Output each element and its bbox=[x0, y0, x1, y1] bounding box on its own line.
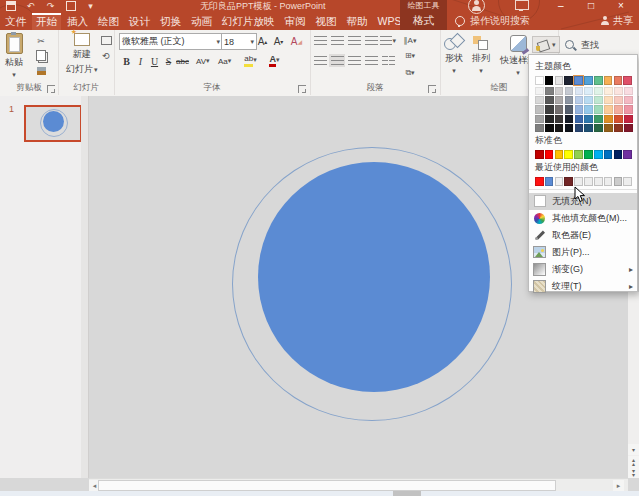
line-spacing-button[interactable]: ▾ bbox=[380, 34, 396, 47]
color-swatch[interactable] bbox=[555, 96, 564, 104]
tab-file[interactable]: 文件 bbox=[1, 13, 30, 30]
color-swatch[interactable] bbox=[623, 177, 632, 186]
reset-slide-button[interactable]: ⟲ bbox=[98, 49, 114, 62]
vertical-scrollbar[interactable]: ▾ ▴▴ ▾▾ bbox=[628, 292, 639, 478]
color-swatch[interactable] bbox=[535, 105, 544, 113]
color-swatch[interactable] bbox=[535, 87, 544, 95]
color-swatch[interactable] bbox=[584, 124, 593, 132]
color-swatch[interactable] bbox=[564, 150, 573, 159]
align-right-button[interactable] bbox=[346, 54, 362, 67]
scroll-right-icon[interactable]: ▸ bbox=[613, 480, 624, 491]
color-swatch[interactable] bbox=[545, 150, 554, 159]
highlight-color-button[interactable]: ab▾ bbox=[244, 53, 257, 67]
color-swatch[interactable] bbox=[545, 105, 554, 113]
color-swatch[interactable] bbox=[535, 150, 544, 159]
color-swatch[interactable] bbox=[565, 87, 574, 95]
shrink-font-button[interactable]: A▾ bbox=[272, 34, 285, 48]
color-swatch[interactable] bbox=[604, 105, 613, 113]
color-swatch[interactable] bbox=[594, 124, 603, 132]
color-swatch[interactable] bbox=[614, 150, 623, 159]
color-swatch[interactable] bbox=[564, 76, 573, 85]
color-swatch[interactable] bbox=[594, 150, 603, 159]
color-swatch[interactable] bbox=[535, 124, 544, 132]
align-left-button[interactable] bbox=[312, 54, 328, 67]
bold-button[interactable]: B bbox=[120, 54, 133, 68]
color-swatch[interactable] bbox=[565, 105, 574, 113]
copy-button[interactable] bbox=[33, 49, 49, 62]
color-swatch[interactable] bbox=[594, 87, 603, 95]
clear-formatting-button[interactable]: A◢ bbox=[290, 34, 303, 48]
justify-button[interactable] bbox=[363, 54, 379, 67]
color-swatch[interactable] bbox=[565, 96, 574, 104]
color-swatch[interactable] bbox=[574, 177, 583, 186]
horizontal-scrollbar[interactable]: ◂ ▸ bbox=[89, 478, 628, 492]
clipboard-dialog-launcher-icon[interactable] bbox=[47, 85, 55, 93]
paragraph-dialog-launcher-icon[interactable] bbox=[428, 85, 436, 93]
blue-circle-shape[interactable] bbox=[258, 162, 490, 392]
color-swatch[interactable] bbox=[614, 96, 623, 104]
tab-format[interactable]: 格式 bbox=[400, 12, 447, 28]
account-avatar[interactable] bbox=[468, 0, 485, 14]
paste-button[interactable]: 粘贴 ▾ bbox=[5, 33, 23, 79]
color-swatch[interactable] bbox=[584, 87, 593, 95]
color-swatch[interactable] bbox=[535, 96, 544, 104]
color-swatch[interactable] bbox=[584, 76, 593, 85]
italic-button[interactable]: I bbox=[134, 54, 147, 68]
qat-customize-icon[interactable]: ▾ bbox=[85, 1, 96, 11]
color-swatch[interactable] bbox=[604, 177, 613, 186]
redo-icon[interactable]: ↷ bbox=[45, 1, 56, 11]
text-shadow-button[interactable]: abc bbox=[176, 54, 189, 68]
change-case-button[interactable]: Aa▾ bbox=[218, 54, 231, 68]
color-swatch[interactable] bbox=[604, 124, 613, 132]
bullets-button[interactable] bbox=[312, 34, 328, 47]
color-swatch[interactable] bbox=[575, 124, 584, 132]
color-swatch[interactable] bbox=[555, 124, 564, 132]
color-swatch[interactable] bbox=[604, 87, 613, 95]
tab-home[interactable]: 开始 bbox=[32, 13, 61, 30]
color-swatch[interactable] bbox=[623, 150, 632, 159]
cut-button[interactable]: ✂ bbox=[33, 34, 49, 47]
text-direction-button[interactable]: ∥A▾ bbox=[402, 34, 418, 47]
color-swatch[interactable] bbox=[584, 115, 593, 123]
strikethrough-button[interactable]: S bbox=[162, 54, 175, 68]
horizontal-scrollbar-thumb[interactable] bbox=[98, 480, 556, 491]
tab-transitions[interactable]: 切换 bbox=[156, 13, 185, 30]
ribbon-display-options-icon[interactable] bbox=[515, 0, 529, 10]
font-color-button[interactable]: A▾ bbox=[268, 53, 281, 67]
color-swatch[interactable] bbox=[624, 124, 633, 132]
color-swatch[interactable] bbox=[575, 87, 584, 95]
scroll-down-icon[interactable]: ▾ bbox=[628, 444, 639, 455]
color-swatch[interactable] bbox=[555, 87, 564, 95]
color-swatch[interactable] bbox=[623, 76, 632, 85]
color-swatch[interactable] bbox=[555, 76, 564, 85]
color-swatch[interactable] bbox=[604, 96, 613, 104]
color-swatch[interactable] bbox=[614, 177, 623, 186]
tab-view[interactable]: 视图 bbox=[312, 13, 341, 30]
shape-fill-button[interactable]: ▾ bbox=[532, 36, 560, 53]
color-swatch[interactable] bbox=[594, 76, 603, 85]
thumbnail-scrollbar[interactable] bbox=[81, 96, 88, 478]
color-swatch[interactable] bbox=[535, 76, 544, 85]
menu-item-eyedropper[interactable]: 取色器(E) bbox=[529, 227, 637, 244]
color-swatch[interactable] bbox=[584, 150, 593, 159]
color-swatch[interactable] bbox=[614, 87, 623, 95]
columns-button[interactable] bbox=[380, 54, 396, 67]
start-slideshow-icon[interactable] bbox=[65, 1, 76, 11]
find-button[interactable]: 查找 bbox=[564, 39, 599, 52]
grow-font-button[interactable]: A▴ bbox=[256, 34, 269, 48]
align-center-button[interactable] bbox=[329, 54, 345, 67]
color-swatch[interactable] bbox=[575, 115, 584, 123]
increase-indent-button[interactable] bbox=[363, 34, 379, 47]
color-swatch[interactable] bbox=[565, 124, 574, 132]
next-slide-button[interactable]: ▾▾ bbox=[628, 467, 639, 478]
color-swatch[interactable] bbox=[624, 115, 633, 123]
close-button[interactable]: × bbox=[618, 0, 624, 12]
color-swatch[interactable] bbox=[535, 115, 544, 123]
tab-review[interactable]: 审阅 bbox=[281, 13, 310, 30]
color-swatch[interactable] bbox=[604, 76, 613, 85]
shapes-button[interactable]: 形状 ▾ bbox=[444, 35, 464, 75]
tab-help[interactable]: 帮助 bbox=[343, 13, 372, 30]
tab-draw[interactable]: 绘图 bbox=[94, 13, 123, 30]
align-text-button[interactable]: ⊞▾ bbox=[402, 49, 418, 62]
color-swatch[interactable] bbox=[604, 115, 613, 123]
